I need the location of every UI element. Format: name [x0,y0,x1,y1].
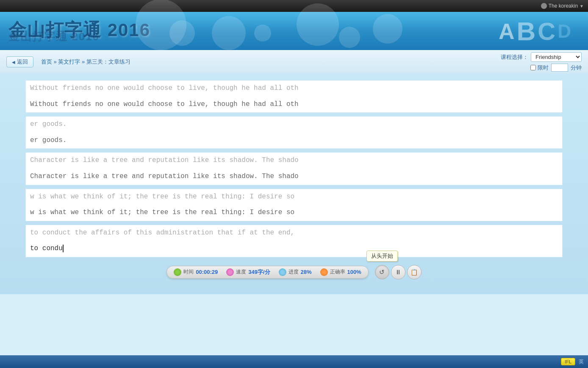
time-limit-checkbox[interactable] [530,65,536,70]
ifl-button[interactable]: IFL [561,358,575,365]
breadcrumb-sep2: » [80,59,86,65]
breadcrumb-level1[interactable]: 英文打字 [58,59,80,65]
time-limit-input[interactable] [551,64,568,72]
app-logo-shadow: 金山打字通 2016 [8,29,150,44]
time-limit-checkbox-label: 限时 [530,64,549,72]
restart-button[interactable]: ↺ [375,265,389,279]
logo-area: 金山打字通 2016 金山打字通 2016 [8,18,150,44]
progress-value: 28% [301,269,312,275]
breadcrumb-sep1: » [52,59,58,65]
breadcrumb-level2: 第三关：文章练习 [86,59,130,65]
stat-accuracy: 正确率 100% [320,268,361,276]
course-select-area: 课程选择： Friendship [501,52,582,62]
results-icon: 📋 [410,269,418,276]
bottom-bar: IFL 英 [0,355,588,368]
text-box-3: Character is like a tree and reputation … [25,152,563,185]
restart-icon: ↺ [379,268,385,276]
time-limit-label: 限时 [538,64,549,72]
letter-b: B [517,16,536,46]
time-limit-row: 限时 分钟 [530,64,582,72]
text-box-5-active: to conduct the affairs of this administr… [25,225,563,257]
reference-line-2: er goods. [26,117,562,133]
dropdown-arrow[interactable]: ▼ [580,4,584,8]
header-abc-decoration: A B C D [499,16,571,46]
reference-line-1: Without friends no one would choose to l… [26,81,562,97]
typed-line-3: Character is like a tree and reputation … [26,169,562,185]
speed-icon [226,268,234,276]
pause-button[interactable]: ⏸ [391,265,405,279]
reference-line-3: Character is like a tree and reputation … [26,153,562,169]
active-typed-line-5[interactable]: to condu [26,241,562,257]
nav-row: 返回 首页 » 英文打字 » 第三关：文章练习 课程选择： Friendship… [0,50,588,74]
progress-icon [279,268,286,276]
control-buttons: ↺ 从头开始 ⏸ 📋 [375,265,422,279]
reference-line-4: w is what we think of it; the tree is th… [26,189,562,205]
course-select-label: 课程选择： [501,53,528,61]
speed-label: 速度 [236,268,246,276]
top-bar: The koreakin ▼ [0,0,588,12]
user-avatar-icon [541,3,547,9]
language-indicator: 英 [579,358,584,365]
letter-c: C [538,17,555,45]
results-button[interactable]: 📋 [407,265,422,279]
typing-cursor [63,245,64,252]
time-value: 00:00:29 [196,269,218,275]
app-header: 金山打字通 2016 金山打字通 2016 A B C D [0,12,588,50]
restart-btn-wrapper: ↺ 从头开始 [375,265,389,279]
text-box-2: er goods. er goods. [25,116,563,149]
progress-label: 进度 [288,268,299,276]
text-box-4: w is what we think of it; the tree is th… [25,189,563,221]
time-label: 时间 [183,268,194,276]
time-limit-unit: 分钟 [571,64,582,72]
typed-line-2: er goods. [26,133,562,149]
letter-d: D [557,21,571,42]
back-button[interactable]: 返回 [6,56,33,67]
typed-line-4: w is what we think of it; the tree is th… [26,205,562,221]
stat-progress: 进度 28% [279,268,312,276]
user-name: The koreakin [549,3,578,9]
text-box-1: Without friends no one would choose to l… [25,80,563,113]
breadcrumb: 首页 » 英文打字 » 第三关：文章练习 [41,58,130,66]
stat-speed: 速度 349字/分 [226,268,270,276]
user-info: The koreakin ▼ [541,3,584,9]
breadcrumb-home[interactable]: 首页 [41,59,52,65]
pause-icon: ⏸ [395,268,401,276]
accuracy-value: 100% [347,269,361,275]
time-icon [174,268,181,276]
reference-line-5: to conduct the affairs of this administr… [26,225,562,241]
nav-settings-area: 返回 首页 » 英文打字 » 第三关：文章练习 课程选择： Friendship… [0,50,588,74]
status-bar: 时间 00:00:29 速度 349字/分 进度 28% 正确率 100% [25,261,563,284]
accuracy-icon [320,268,328,276]
status-pill: 时间 00:00:29 速度 349字/分 进度 28% 正确率 100% [166,266,369,279]
main-content: Without friends no one would choose to l… [0,74,588,294]
speed-value: 349字/分 [248,268,270,276]
stat-time: 时间 00:00:29 [174,268,218,276]
letter-a: A [499,19,515,44]
typed-line-1: Without friends no one would choose to l… [26,97,562,113]
course-select-dropdown[interactable]: Friendship [531,52,582,62]
accuracy-label: 正确率 [330,268,345,276]
